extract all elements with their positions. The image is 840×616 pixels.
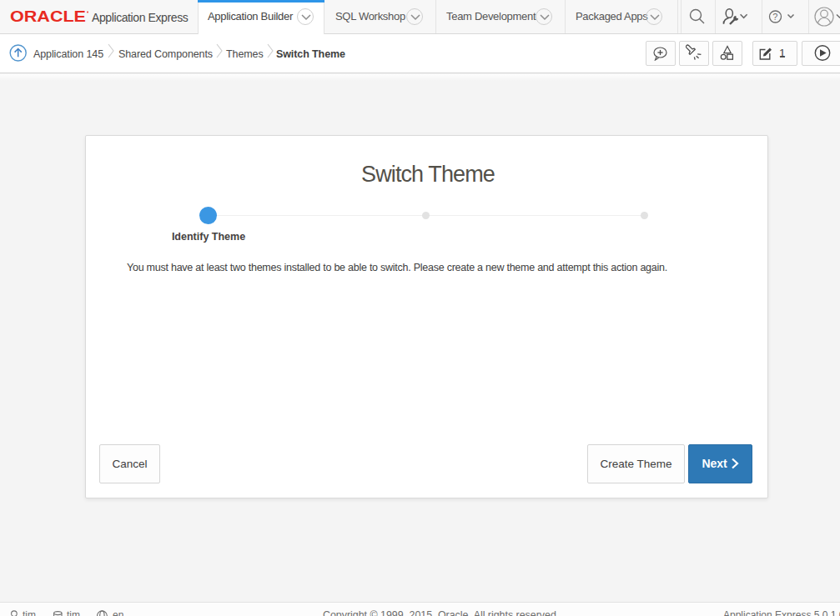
svg-text:ORACLE: ORACLE <box>10 8 86 25</box>
svg-text:?: ? <box>772 12 777 22</box>
